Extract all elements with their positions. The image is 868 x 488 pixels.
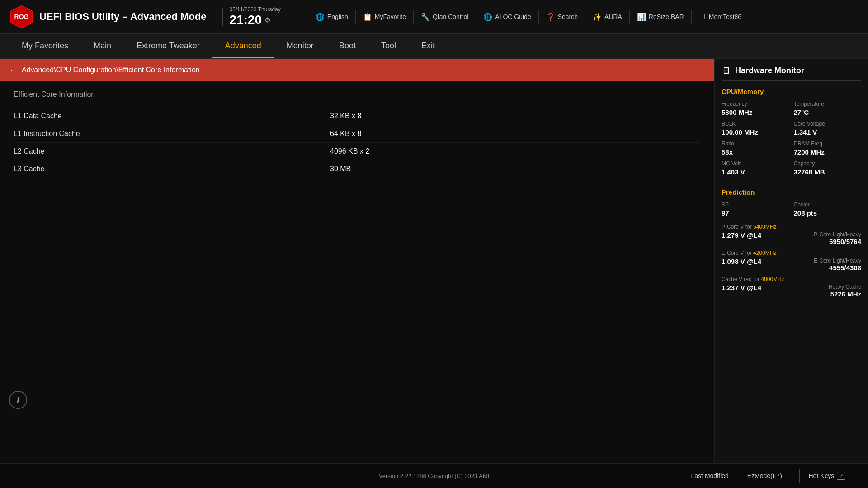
pcore-lh-value: 5950/5764 xyxy=(814,238,861,245)
language-icon: 🌐 xyxy=(316,13,325,21)
pcore-lh-label: P-Core Light/Heavy xyxy=(814,231,861,238)
nav-item-language[interactable]: 🌐 English xyxy=(308,10,356,24)
l1-instruction-cache-value: 64 KB x 8 xyxy=(330,130,361,138)
nav-item-search[interactable]: ❓ Search xyxy=(539,10,585,24)
capacity-label: Capacity xyxy=(794,160,862,167)
tab-advanced[interactable]: Advanced xyxy=(212,33,274,58)
ratio-cell: Ratio 58x xyxy=(722,141,789,156)
dram-freq-value: 7200 MHz xyxy=(794,148,862,156)
header-top: ROG UEFI BIOS Utility – Advanced Mode 05… xyxy=(0,0,868,34)
resize-icon: 📊 xyxy=(637,13,646,21)
bookmark-icon: 📋 xyxy=(363,13,372,21)
hw-monitor-icon: 🖥 xyxy=(722,66,731,76)
section-title: Efficient Core Information xyxy=(14,90,701,101)
sp-cell: SP 97 xyxy=(722,202,789,217)
ezmode-button[interactable]: EzMode(F7)|→ xyxy=(738,469,800,483)
breadcrumb: Advanced\CPU Configuration\Efficient Cor… xyxy=(22,66,200,74)
table-row: L3 Cache 30 MB xyxy=(14,160,701,178)
nav-item-myfavorite[interactable]: 📋 MyFavorite xyxy=(356,10,414,24)
footer-right: Last Modified EzMode(F7)|→ Hot Keys ? xyxy=(574,468,854,483)
ecore-v-for-label: E-Core V for 4200MHz xyxy=(722,250,861,256)
cooler-label: Cooler xyxy=(794,202,862,208)
core-voltage-label: Core Voltage xyxy=(794,121,862,127)
info-button[interactable]: i xyxy=(9,391,27,409)
bclk-label: BCLK xyxy=(722,121,789,127)
ratio-value: 58x xyxy=(722,148,789,156)
nav-item-aioc[interactable]: 🌐 AI OC Guide xyxy=(476,10,538,24)
monitor-divider xyxy=(722,183,861,183)
mc-volt-label: MC Volt. xyxy=(722,160,789,167)
nav-item-aura[interactable]: ✨ AURA xyxy=(585,10,630,24)
content-wrapper: ← Advanced\CPU Configuration\Efficient C… xyxy=(0,59,868,463)
tab-monitor[interactable]: Monitor xyxy=(274,33,326,58)
hot-keys-button[interactable]: Hot Keys ? xyxy=(800,468,855,483)
l1-data-cache-label: L1 Data Cache xyxy=(14,112,330,120)
monitor-icon-small: 🖥 xyxy=(699,13,706,21)
tab-main[interactable]: Main xyxy=(81,33,124,58)
hot-keys-icon: ? xyxy=(837,472,845,480)
prediction-section-title: Prediction xyxy=(722,188,861,196)
tab-extremetweaker[interactable]: Extreme Tweaker xyxy=(124,33,212,58)
hot-keys-label: Hot Keys xyxy=(809,472,835,479)
mc-volt-value: 1.403 V xyxy=(722,168,789,176)
sp-value: 97 xyxy=(722,209,789,217)
pcore-v-for-value: 1.279 V @L4 xyxy=(722,231,761,239)
frequency-label: Frequency xyxy=(722,101,789,107)
l2-cache-value: 4096 KB x 2 xyxy=(330,147,369,155)
tab-myfavorites[interactable]: My Favorites xyxy=(9,33,81,58)
ecore-v-for-value: 1.098 V @L4 xyxy=(722,258,761,265)
temperature-value: 27°C xyxy=(794,108,862,116)
last-modified-button[interactable]: Last Modified xyxy=(682,469,738,483)
l1-instruction-cache-label: L1 Instruction Cache xyxy=(14,130,330,138)
nav-item-memtest[interactable]: 🖥 MemTest86 xyxy=(692,10,749,23)
time-line: 21:20 ⚙ xyxy=(230,13,271,27)
cooler-cell: Cooler 208 pts xyxy=(794,202,862,217)
main-content: ← Advanced\CPU Configuration\Efficient C… xyxy=(0,59,714,463)
nav-item-qfan[interactable]: 🔧 Qfan Control xyxy=(414,10,476,24)
prediction-grid: SP 97 Cooler 208 pts xyxy=(722,202,861,217)
search-question-icon: ❓ xyxy=(546,13,555,21)
cpu-memory-grid: Frequency 5800 MHz Temperature 27°C BCLK… xyxy=(722,101,861,176)
heavy-cache-value: 5226 MHz xyxy=(829,290,861,298)
ecore-v-for-cell: E-Core V for 4200MHz 1.098 V @L4 E-Core … xyxy=(722,250,861,272)
cache-v-req-value: 1.237 V @L4 xyxy=(722,284,761,291)
dram-freq-cell: DRAM Freq. 7200 MHz xyxy=(794,141,862,156)
core-voltage-cell: Core Voltage 1.341 V xyxy=(794,121,862,136)
bclk-value: 100.00 MHz xyxy=(722,128,789,136)
settings-icon[interactable]: ⚙ xyxy=(264,16,271,24)
tab-boot[interactable]: Boot xyxy=(326,33,368,58)
sp-label: SP xyxy=(722,202,789,208)
capacity-value: 32768 MB xyxy=(794,168,862,176)
nav-item-resizebar[interactable]: 📊 ReSize BAR xyxy=(630,10,692,24)
l3-cache-value: 30 MB xyxy=(330,165,351,173)
svg-text:ROG: ROG xyxy=(14,13,29,20)
table-row: L1 Instruction Cache 64 KB x 8 xyxy=(14,125,701,143)
header-divider-2 xyxy=(297,8,297,26)
mc-volt-cell: MC Volt. 1.403 V xyxy=(722,160,789,176)
footer-version: Version 2.22.1286 Copyright (C) 2023 AMI xyxy=(294,473,574,479)
aura-icon: ✨ xyxy=(593,13,602,21)
time-display: 21:20 xyxy=(230,13,262,27)
ecore-lh-value: 4555/4308 xyxy=(814,264,861,272)
breadcrumb-back-button[interactable]: ← xyxy=(9,66,17,75)
cache-v-req-cell: Cache V req for 4800MHz 1.237 V @L4 Heav… xyxy=(722,276,861,298)
footer: Version 2.22.1286 Copyright (C) 2023 AMI… xyxy=(0,463,868,488)
pcore-v-for-label: P-Core V for 5400MHz xyxy=(722,224,861,230)
rog-logo: ROG xyxy=(9,5,34,29)
tab-exit[interactable]: Exit xyxy=(409,33,448,58)
datetime-block: 05/11/2023 Thursday 21:20 ⚙ xyxy=(230,6,281,27)
bclk-cell: BCLK 100.00 MHz xyxy=(722,121,789,136)
hw-monitor-title: Hardware Monitor xyxy=(735,66,804,75)
l1-data-cache-value: 32 KB x 8 xyxy=(330,112,361,120)
fan-icon: 🔧 xyxy=(421,13,430,21)
last-modified-label: Last Modified xyxy=(691,472,729,479)
heavy-cache-label: Heavy Cache xyxy=(829,284,861,290)
main-nav: My Favorites Main Extreme Tweaker Advanc… xyxy=(0,34,868,59)
pcore-v-for-cell: P-Core V for 5400MHz 1.279 V @L4 P-Core … xyxy=(722,224,861,245)
breadcrumb-bar: ← Advanced\CPU Configuration\Efficient C… xyxy=(0,59,714,81)
cpu-memory-section-title: CPU/Memory xyxy=(722,88,861,95)
dram-freq-label: DRAM Freq. xyxy=(794,141,862,147)
tab-tool[interactable]: Tool xyxy=(368,33,409,58)
table-row: L1 Data Cache 32 KB x 8 xyxy=(14,108,701,125)
header-nav: 🌐 English 📋 MyFavorite 🔧 Qfan Control 🌐 … xyxy=(308,10,859,24)
